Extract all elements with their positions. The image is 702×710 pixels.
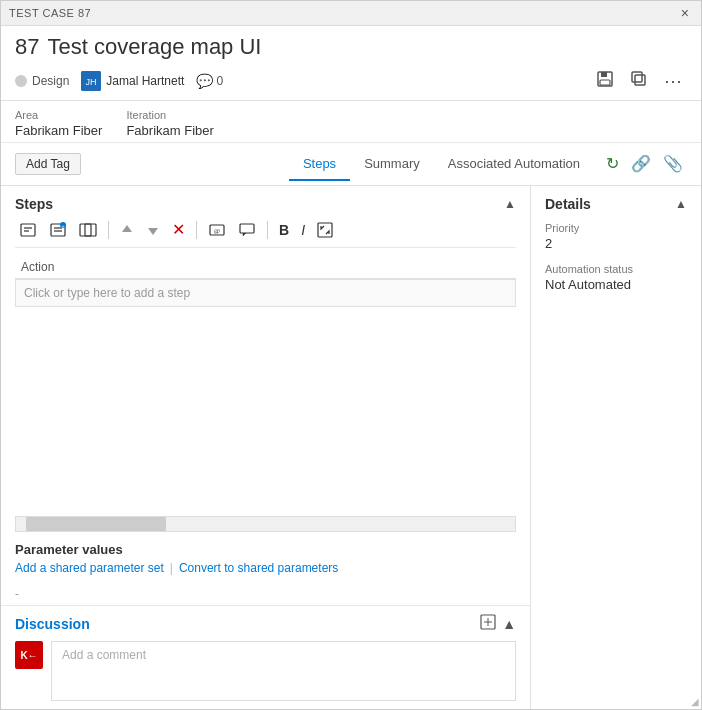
separator-3: [267, 221, 268, 239]
case-number: 87: [15, 34, 39, 60]
steps-toolbar: + ✕ @: [15, 218, 516, 248]
left-panel: Steps ▲ +: [1, 186, 531, 709]
right-panel: Details ▲ Priority 2 Automation status N…: [531, 186, 701, 709]
user-badge[interactable]: JH Jamal Hartnett: [81, 71, 184, 91]
separator-2: [196, 221, 197, 239]
param-separator: |: [170, 561, 173, 575]
insert-shared-step-button[interactable]: +: [45, 219, 71, 241]
create-shared-step-button[interactable]: [75, 219, 101, 241]
insert-callout-button[interactable]: [234, 219, 260, 241]
tabs: Steps Summary Associated Automation ↻ 🔗 …: [289, 148, 687, 179]
more-button[interactable]: ⋯: [660, 68, 687, 94]
svg-text:+: +: [61, 222, 65, 228]
steps-section: Steps ▲ +: [1, 186, 530, 512]
action-column-header: Action: [15, 256, 516, 279]
case-title-row: 87 Test coverage map UI: [15, 34, 687, 60]
close-button[interactable]: ×: [677, 5, 693, 21]
area-label: Area: [15, 109, 102, 121]
details-header: Details ▲: [545, 196, 687, 212]
add-step-cell: Click or type here to add a step: [15, 279, 516, 308]
steps-table: Action Click or type here to add a step: [15, 256, 516, 307]
svg-rect-19: [240, 224, 254, 233]
title-bar-label: TEST CASE 87: [9, 7, 91, 19]
iteration-label: Iteration: [126, 109, 213, 121]
empty-space: [15, 307, 516, 506]
test-case-window: TEST CASE 87 × 87 Test coverage map UI D…: [0, 0, 702, 710]
details-collapse-button[interactable]: ▲: [675, 197, 687, 211]
status-label: Design: [32, 74, 69, 88]
details-title: Details: [545, 196, 591, 212]
bold-button[interactable]: B: [275, 220, 293, 240]
commenter-avatar: K←: [15, 641, 43, 669]
add-shared-param-link[interactable]: Add a shared parameter set: [15, 561, 164, 575]
svg-text:JH: JH: [86, 77, 97, 87]
avatar: JH: [81, 71, 101, 91]
iteration-value: Fabrikam Fiber: [126, 123, 213, 138]
status-dot: [15, 75, 27, 87]
expand-discussion-button[interactable]: [480, 614, 496, 633]
user-name: Jamal Hartnett: [106, 74, 184, 88]
title-bar: TEST CASE 87 ×: [1, 1, 701, 26]
svg-text:@: @: [214, 227, 221, 235]
scrollbar-container: [1, 512, 530, 536]
add-step-input[interactable]: Click or type here to add a step: [15, 279, 516, 307]
priority-label: Priority: [545, 222, 687, 234]
parameter-section: Parameter values Add a shared parameter …: [1, 536, 530, 583]
iteration-field: Iteration Fabrikam Fiber: [126, 109, 213, 138]
add-tag-row: Add Tag Steps Summary Associated Automat…: [1, 143, 701, 186]
header: 87 Test coverage map UI Design JH Jamal …: [1, 26, 701, 101]
svg-rect-3: [601, 72, 607, 77]
area-field: Area Fabrikam Fiber: [15, 109, 102, 138]
insert-step-button[interactable]: [15, 219, 41, 241]
fullscreen-button[interactable]: [313, 220, 337, 240]
priority-value: 2: [545, 236, 687, 251]
status-badge[interactable]: Design: [15, 74, 69, 88]
delete-step-button[interactable]: ✕: [168, 218, 189, 241]
automation-status-label: Automation status: [545, 263, 687, 275]
clone-button[interactable]: [626, 68, 652, 94]
refresh-icon[interactable]: ↻: [602, 152, 623, 175]
main-content: Steps ▲ +: [1, 186, 701, 709]
comment-icon: 💬: [196, 73, 213, 89]
automation-status-value: Not Automated: [545, 277, 687, 292]
add-tag-button[interactable]: Add Tag: [15, 153, 81, 175]
comment-count: 0: [216, 74, 223, 88]
case-title: Test coverage map UI: [47, 34, 261, 60]
steps-collapse-button[interactable]: ▲: [504, 197, 516, 211]
header-actions: ⋯: [592, 68, 687, 94]
italic-button[interactable]: I: [297, 220, 309, 240]
svg-rect-5: [635, 75, 645, 85]
automation-status-field: Automation status Not Automated: [545, 263, 687, 292]
svg-rect-20: [318, 223, 332, 237]
resize-handle[interactable]: ◢: [687, 695, 701, 709]
attach-icon[interactable]: 📎: [659, 152, 687, 175]
horizontal-scrollbar[interactable]: [15, 516, 516, 532]
svg-rect-4: [600, 80, 610, 85]
avatar-initials: K←: [20, 650, 37, 661]
tab-steps[interactable]: Steps: [289, 148, 350, 181]
tab-actions: ↻ 🔗 📎: [602, 152, 687, 175]
link-icon[interactable]: 🔗: [627, 152, 655, 175]
area-value: Fabrikam Fiber: [15, 123, 102, 138]
tab-automation[interactable]: Associated Automation: [434, 148, 594, 181]
convert-shared-param-link[interactable]: Convert to shared parameters: [179, 561, 338, 575]
collapse-discussion-button[interactable]: ▲: [502, 614, 516, 633]
scrollbar-thumb: [26, 517, 166, 531]
insert-param-button[interactable]: @: [204, 219, 230, 241]
save-button[interactable]: [592, 68, 618, 94]
header-toolbar: Design JH Jamal Hartnett 💬 0 ⋯: [15, 68, 687, 94]
discussion-section: Discussion ▲ K← Add a comment: [1, 605, 530, 709]
priority-field: Priority 2: [545, 222, 687, 251]
comment-row: K← Add a comment: [15, 641, 516, 701]
separator-1: [108, 221, 109, 239]
move-up-button[interactable]: [116, 221, 138, 239]
svg-rect-7: [21, 224, 35, 236]
parameter-title: Parameter values: [15, 542, 516, 557]
tab-summary[interactable]: Summary: [350, 148, 434, 181]
move-down-button[interactable]: [142, 221, 164, 239]
discussion-title: Discussion: [15, 616, 90, 632]
steps-title: Steps: [15, 196, 53, 212]
comment-input[interactable]: Add a comment: [51, 641, 516, 701]
comment-badge[interactable]: 💬 0: [196, 73, 223, 89]
meta-row: Area Fabrikam Fiber Iteration Fabrikam F…: [1, 101, 701, 143]
